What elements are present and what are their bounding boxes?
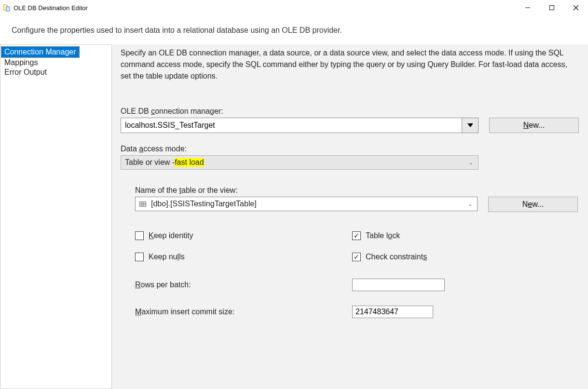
keep-nulls-checkbox[interactable]: Keep nulls [135, 253, 352, 261]
table-name-label: Name of the table or the view: [135, 186, 579, 195]
close-button[interactable] [564, 0, 588, 15]
checkbox-icon [352, 231, 361, 240]
titlebar: OLE DB Destination Editor [0, 0, 588, 15]
table-name-value: [dbo].[SSISTestingTargetTable] [151, 200, 257, 208]
sidebar-item-connection-manager[interactable]: Connection Manager [1, 47, 79, 57]
keep-identity-checkbox[interactable]: Keep identity [135, 231, 352, 240]
window-controls [516, 0, 588, 15]
oledb-destination-editor-window: OLE DB Destination Editor Configure the … [0, 0, 588, 389]
checkbox-icon [135, 231, 144, 240]
data-access-mode-label: Data access mode: [121, 145, 579, 153]
svg-rect-3 [550, 6, 554, 10]
checkbox-icon [352, 253, 361, 261]
connection-new-button[interactable]: New... [489, 118, 579, 133]
connection-manager-dropdown-button[interactable] [462, 118, 479, 133]
maximize-button[interactable] [540, 0, 564, 15]
connection-manager-label: OLE DB connection manager: [121, 107, 579, 116]
table-lock-checkbox[interactable]: Table lock [352, 231, 427, 240]
panel-instructions: Specify an OLE DB connection manager, a … [121, 47, 579, 82]
fastload-options: Keep identity Keep nulls Table lock [135, 231, 579, 261]
checkbox-icon [135, 253, 144, 261]
table-new-button[interactable]: New... [488, 197, 578, 212]
sidebar: Connection Manager Mappings Error Output [0, 44, 112, 389]
page-description: Configure the properties used to insert … [0, 15, 588, 44]
chevron-down-icon: ⌄ [468, 201, 472, 207]
main-panel: Specify an OLE DB connection manager, a … [112, 44, 588, 389]
check-constraints-checkbox[interactable]: Check constraints [352, 253, 427, 261]
sidebar-item-error-output[interactable]: Error Output [1, 67, 50, 77]
svg-marker-6 [467, 123, 473, 127]
data-access-mode-select[interactable]: Table or view - fast load ⌄ [121, 155, 479, 170]
window-icon [3, 4, 11, 12]
svg-rect-7 [140, 201, 146, 206]
chevron-down-icon: ⌄ [469, 160, 473, 166]
svg-rect-1 [6, 7, 10, 11]
table-icon [139, 201, 146, 207]
connection-manager-combo[interactable] [121, 118, 479, 133]
sidebar-item-mappings[interactable]: Mappings [1, 57, 41, 67]
minimize-button[interactable] [516, 0, 540, 15]
rows-per-batch-input[interactable] [352, 279, 445, 291]
connection-manager-input[interactable] [121, 118, 462, 133]
client-area: Connection Manager Mappings Error Output… [0, 44, 588, 389]
rows-per-batch-label: Rows per batch: [135, 281, 352, 289]
max-commit-size-input[interactable] [352, 306, 433, 318]
max-commit-size-label: Maximum insert commit size: [135, 308, 352, 316]
window-title: OLE DB Destination Editor [14, 4, 88, 12]
table-name-combo[interactable]: [dbo].[SSISTestingTargetTable] ⌄ [135, 197, 478, 211]
